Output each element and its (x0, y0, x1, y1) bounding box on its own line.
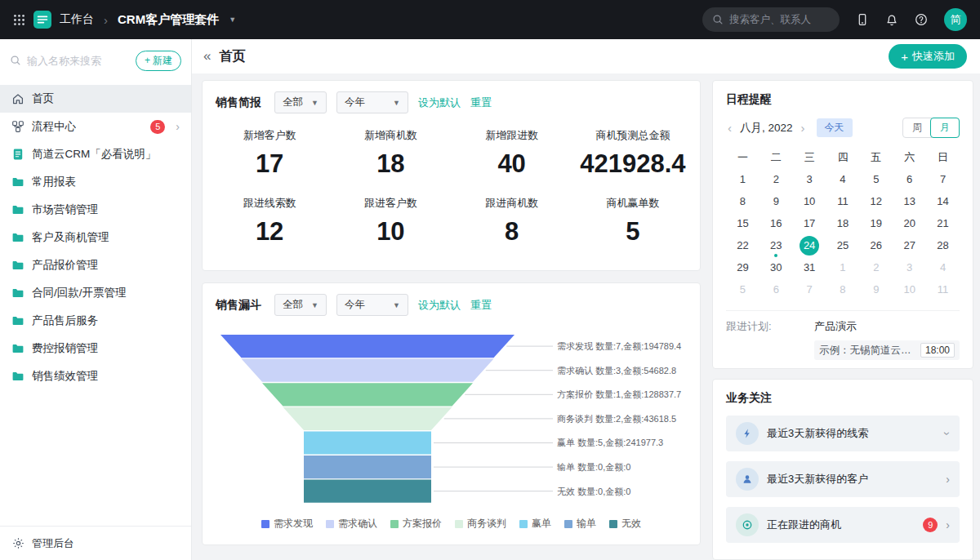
calendar-day[interactable]: 17 (793, 212, 826, 234)
calendar-day[interactable]: 10 (793, 190, 826, 212)
calendar-day[interactable]: 11 (826, 190, 860, 212)
calendar-day[interactable]: 29 (726, 256, 760, 278)
month-toggle[interactable]: 月 (930, 118, 960, 138)
global-search[interactable] (702, 7, 840, 32)
calendar-day[interactable]: 2 (859, 256, 893, 278)
funnel-stage[interactable] (283, 407, 452, 430)
reset-link[interactable]: 重置 (470, 298, 492, 313)
reset-link[interactable]: 重置 (470, 96, 492, 110)
calendar-day[interactable]: 15 (726, 212, 760, 234)
calendar-day[interactable]: 1 (726, 168, 760, 190)
calendar-day[interactable]: 9 (859, 278, 893, 300)
focus-item[interactable]: 正在跟进的商机9› (726, 507, 960, 543)
calendar-day[interactable]: 11 (926, 278, 960, 300)
calendar-day[interactable]: 6 (893, 168, 926, 190)
legend-item[interactable]: 赢单 (519, 517, 551, 531)
calendar-day[interactable]: 18 (826, 212, 860, 234)
calendar-day[interactable]: 19 (859, 212, 893, 234)
calendar-day[interactable]: 14 (926, 190, 960, 212)
set-default-link[interactable]: 设为默认 (418, 298, 461, 313)
funnel-stage[interactable] (304, 431, 431, 454)
calendar-day[interactable]: 2 (760, 168, 793, 190)
calendar-day[interactable]: 23 (760, 234, 793, 256)
funnel-stage[interactable] (262, 383, 473, 406)
calendar-day[interactable]: 1 (826, 256, 860, 278)
calendar-day[interactable]: 20 (893, 212, 926, 234)
calendar-day[interactable]: 7 (793, 278, 826, 300)
chevron-down-icon[interactable]: ▼ (229, 16, 236, 24)
sidebar-search-input[interactable] (27, 55, 130, 67)
legend-item[interactable]: 方案报价 (390, 517, 442, 531)
calendar-day[interactable]: 9 (760, 190, 793, 212)
focus-item[interactable]: 最近3天新获得的线索› (726, 416, 960, 451)
funnel-stage[interactable] (304, 480, 431, 503)
legend-item[interactable]: 无效 (609, 517, 641, 531)
scope-select[interactable]: 全部▼ (274, 294, 327, 316)
calendar-day[interactable]: 28 (926, 234, 960, 256)
app-grid-icon[interactable] (13, 14, 25, 26)
sidebar-item[interactable]: 首页 (0, 85, 191, 113)
calendar-day[interactable]: 16 (760, 212, 793, 234)
calendar-day[interactable]: 21 (926, 212, 960, 234)
bell-icon[interactable] (885, 13, 898, 26)
scope-select[interactable]: 全部▼ (274, 91, 327, 113)
funnel-stage[interactable] (304, 456, 431, 478)
sidebar-item[interactable]: 常用报表 (0, 168, 191, 196)
calendar-day[interactable]: 24 (793, 234, 826, 256)
calendar-day[interactable]: 12 (859, 190, 893, 212)
calendar-day[interactable]: 6 (760, 278, 793, 300)
calendar-day[interactable]: 5 (726, 278, 760, 300)
legend-item[interactable]: 商务谈判 (455, 517, 506, 531)
sidebar-item[interactable]: 费控报销管理 (0, 335, 191, 362)
avatar[interactable]: 简 (944, 8, 967, 31)
calendar-day[interactable]: 26 (859, 234, 893, 256)
plan-detail-row[interactable]: 示例：无锡简道云科技有限... 18:00 (814, 340, 960, 360)
week-toggle[interactable]: 周 (903, 118, 931, 137)
focus-item[interactable]: 最近3天新获得的客户› (726, 461, 960, 497)
legend-item[interactable]: 输单 (564, 517, 596, 531)
sidebar-item[interactable]: 市场营销管理 (0, 196, 191, 224)
calendar-day[interactable]: 3 (793, 168, 826, 190)
calendar-day[interactable]: 8 (726, 190, 760, 212)
funnel-stage[interactable] (220, 335, 514, 358)
calendar-day[interactable]: 31 (793, 256, 826, 278)
sidebar-item[interactable]: 销售绩效管理 (0, 362, 191, 390)
plan-title[interactable]: 产品演示 (814, 319, 857, 334)
sidebar-item[interactable]: 简道云CRM「必看说明」 (0, 140, 191, 168)
admin-backend-link[interactable]: 管理后台 (0, 526, 191, 560)
calendar-day[interactable]: 25 (826, 234, 860, 256)
today-button[interactable]: 今天 (817, 118, 853, 137)
sidebar-item[interactable]: 流程中心5› (0, 113, 191, 140)
calendar-day[interactable]: 7 (926, 168, 960, 190)
calendar-day[interactable]: 8 (826, 278, 860, 300)
period-select[interactable]: 今年▼ (336, 91, 408, 113)
calendar-day[interactable]: 13 (893, 190, 926, 212)
set-default-link[interactable]: 设为默认 (418, 96, 461, 110)
calendar-day[interactable]: 4 (926, 256, 960, 278)
calendar-day[interactable]: 4 (826, 168, 860, 190)
legend-item[interactable]: 需求发现 (261, 517, 313, 531)
global-search-input[interactable] (729, 14, 830, 25)
mobile-icon[interactable] (856, 13, 869, 26)
sidebar-item[interactable]: 产品报价管理 (0, 251, 191, 279)
sidebar-item[interactable]: 产品售后服务 (0, 307, 191, 335)
legend-item[interactable]: 需求确认 (326, 517, 377, 531)
app-title[interactable]: CRM客户管理套件 (118, 12, 219, 28)
sidebar-item[interactable]: 合同/回款/开票管理 (0, 279, 191, 307)
calendar-day[interactable]: 10 (893, 278, 926, 300)
calendar-day[interactable]: 22 (726, 234, 760, 256)
period-select[interactable]: 今年▼ (336, 294, 408, 316)
help-icon[interactable] (915, 13, 928, 26)
sidebar-item[interactable]: 客户及商机管理 (0, 224, 191, 251)
calendar-day[interactable]: 30 (760, 256, 793, 278)
quick-add-button[interactable]: +快速添加 (889, 44, 967, 69)
funnel-stage[interactable] (242, 359, 494, 382)
calendar-day[interactable]: 27 (893, 234, 926, 256)
calendar-day[interactable]: 3 (893, 256, 926, 278)
new-button[interactable]: +新建 (136, 51, 181, 71)
workspace-link[interactable]: 工作台 (60, 12, 94, 27)
prev-month-icon[interactable]: ‹ (726, 121, 733, 135)
next-month-icon[interactable]: › (800, 121, 807, 135)
collapse-sidebar-icon[interactable]: « (203, 48, 211, 64)
calendar-day[interactable]: 5 (859, 168, 893, 190)
